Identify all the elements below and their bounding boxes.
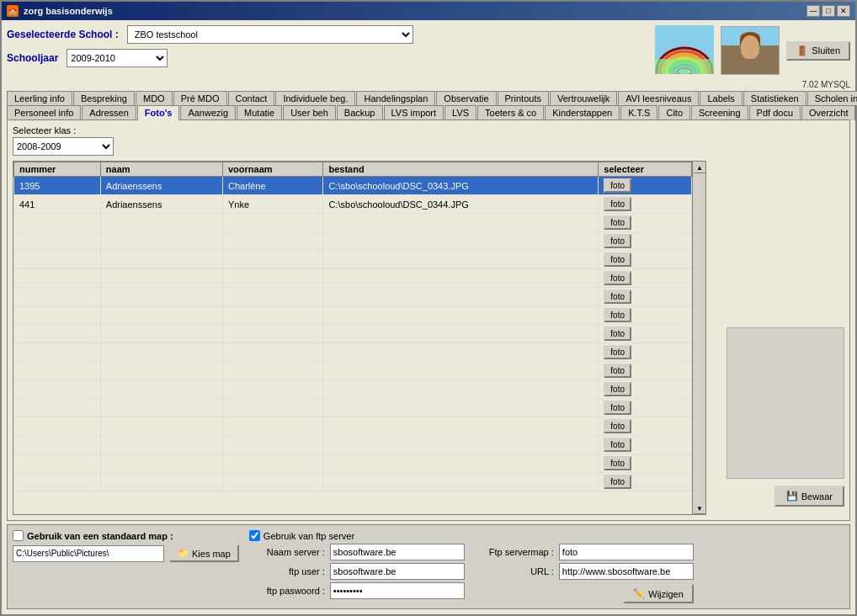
foto-button-16[interactable]: foto [604, 456, 631, 470]
bottom-panel: Gebruik van een standaard map : 📁 Kies m… [7, 524, 850, 609]
standaard-map-label: Gebruik van een standaard map : [27, 531, 173, 541]
tab-handelingsplan[interactable]: Handelingsplan [356, 91, 435, 105]
data-table-container: nummer naam voornaam bestand selecteer [13, 161, 706, 515]
standaard-map-checkbox-label[interactable]: Gebruik van een standaard map : [13, 530, 239, 541]
ftp-servermap-label: Ftp servermap : [478, 547, 554, 557]
tab-vertrouwelijk[interactable]: Vertrouwelijk [550, 91, 617, 105]
foto-button-13[interactable]: foto [604, 401, 631, 415]
table-row: foto [14, 399, 692, 417]
selecteer-klas-label: Selecteer klas : [13, 125, 76, 135]
tab-kinderstappen[interactable]: Kinderstappen [545, 105, 620, 120]
scroll-down[interactable]: ▼ [693, 502, 706, 514]
url-input[interactable] [559, 563, 694, 580]
tab-toeters-co[interactable]: Toeters & co [477, 105, 544, 120]
path-input[interactable] [13, 545, 164, 562]
foto-button-9[interactable]: foto [604, 327, 631, 341]
foto-button-2[interactable]: foto [604, 197, 631, 211]
school-select[interactable]: ZBO testschool [127, 25, 413, 44]
window-controls: — □ ✕ [806, 5, 850, 17]
table-row: foto [14, 362, 692, 380]
table-row: foto [14, 325, 692, 343]
tab-overzicht[interactable]: Overzicht [801, 105, 855, 120]
tab-labels[interactable]: Labels [700, 91, 742, 105]
tab-bespreking[interactable]: Bespreking [73, 91, 135, 105]
right-panel: 💾 Bewaar [710, 125, 844, 515]
scroll-up[interactable]: ▲ [693, 162, 706, 173]
bewaar-button[interactable]: 💾 Bewaar [774, 486, 844, 507]
tab-fotos[interactable]: Foto's [137, 105, 180, 120]
tab-contact[interactable]: Contact [228, 91, 275, 105]
table-row: foto [14, 380, 692, 399]
tab-mdo[interactable]: MDO [136, 91, 173, 105]
version-text: 7.02 MYSQL [802, 80, 850, 89]
wijzigen-label: Wijzigen [648, 589, 684, 599]
ftp-servermap-input[interactable] [559, 544, 694, 560]
foto-button-14[interactable]: foto [604, 419, 631, 433]
foto-button-5[interactable]: foto [604, 252, 631, 267]
tab-user-beh[interactable]: User beh [283, 105, 336, 120]
col-voornaam: voornaam [222, 162, 323, 177]
tab-scholen-info[interactable]: Scholen info [807, 91, 857, 105]
tab-personeel-info[interactable]: Personeel info [7, 105, 81, 120]
tab-pre-mdo[interactable]: Pré MDO [173, 91, 227, 105]
tab-leerling-info[interactable]: Leerling info [7, 91, 72, 105]
tab-printouts[interactable]: Printouts [498, 91, 549, 105]
standaard-map-checkbox[interactable] [13, 530, 24, 541]
tab-pdf-docu[interactable]: Pdf docu [749, 105, 801, 120]
naam-server-input[interactable] [330, 544, 465, 560]
foto-button-10[interactable]: foto [604, 345, 631, 359]
schooljaar-label: Schooljaar [7, 52, 58, 64]
table-row: foto [14, 343, 692, 362]
tab-backup[interactable]: Backup [337, 105, 383, 120]
foto-button-7[interactable]: foto [604, 289, 631, 304]
close-window-button[interactable]: ✕ [837, 5, 850, 17]
wijzigen-icon: ✏️ [633, 588, 645, 599]
foto-button-17[interactable]: foto [604, 475, 631, 489]
tab-aanwezig[interactable]: Aanwezig [180, 105, 236, 120]
foto-button-12[interactable]: foto [604, 382, 631, 396]
close-button[interactable]: 🚪 Sluiten [786, 41, 850, 61]
tab-avi-leesniveaus[interactable]: AVI leesniveaus [618, 91, 699, 105]
foto-button-3[interactable]: foto [604, 215, 631, 230]
ftp-user-input[interactable] [330, 563, 465, 580]
title-bar: 🏫 zorg basisonderwijs — □ ✕ [2, 2, 855, 20]
schooljaar-select[interactable]: 2009-2010 [67, 49, 168, 67]
kies-map-button[interactable]: 📁 Kies map [169, 544, 239, 562]
tab-screening[interactable]: Screening [691, 105, 748, 120]
school-label: Geselecteerde School : [7, 29, 119, 40]
kies-map-label: Kies map [192, 549, 231, 559]
url-label: URL : [478, 566, 554, 576]
table-row: foto [14, 251, 692, 269]
minimize-button[interactable]: — [806, 5, 820, 17]
ftp-section: Gebruik van ftp server Naam server : ftp… [249, 530, 844, 603]
table-row[interactable]: 1395 Adriaenssens Charlène C:\sbo\school… [14, 177, 692, 195]
svg-rect-8 [655, 59, 714, 74]
foto-button-15[interactable]: foto [604, 438, 631, 452]
foto-button-6[interactable]: foto [604, 271, 631, 285]
foto-button-11[interactable]: foto [604, 364, 631, 378]
tab-cito[interactable]: Cito [658, 105, 690, 120]
tab-mutatie[interactable]: Mutatie [237, 105, 282, 120]
col-nummer: nummer [14, 162, 101, 177]
foto-button-4[interactable]: foto [604, 234, 631, 248]
maximize-button[interactable]: □ [822, 5, 835, 17]
ftp-password-input[interactable] [330, 582, 465, 599]
wijzigen-button[interactable]: ✏️ Wijzigen [623, 584, 694, 603]
table-row[interactable]: 441 Adriaenssens Ynke C:\sbo\schooloud\D… [14, 195, 692, 214]
vertical-scrollbar[interactable]: ▲ ▼ [692, 162, 705, 514]
table-row: foto [14, 436, 692, 454]
tab-lvs[interactable]: LVS [444, 105, 476, 120]
tab-lvs-import[interactable]: LVS import [384, 105, 444, 120]
tab-observatie[interactable]: Observatie [436, 91, 496, 105]
ftp-checkbox[interactable] [249, 530, 260, 541]
klas-select[interactable]: 2008-2009 [13, 137, 114, 156]
foto-button-8[interactable]: foto [604, 308, 631, 322]
tab-adressen[interactable]: Adressen [82, 105, 136, 120]
table-row: foto [14, 214, 692, 232]
window-title: zorg basisonderwijs [24, 6, 113, 16]
tab-statistieken[interactable]: Statistieken [743, 91, 806, 105]
tab-individuele-beg[interactable]: Individuele beg. [275, 91, 355, 105]
tab-kts[interactable]: K.T.S [620, 105, 657, 120]
photo-preview [727, 327, 844, 479]
foto-button-1[interactable]: foto [604, 178, 631, 193]
